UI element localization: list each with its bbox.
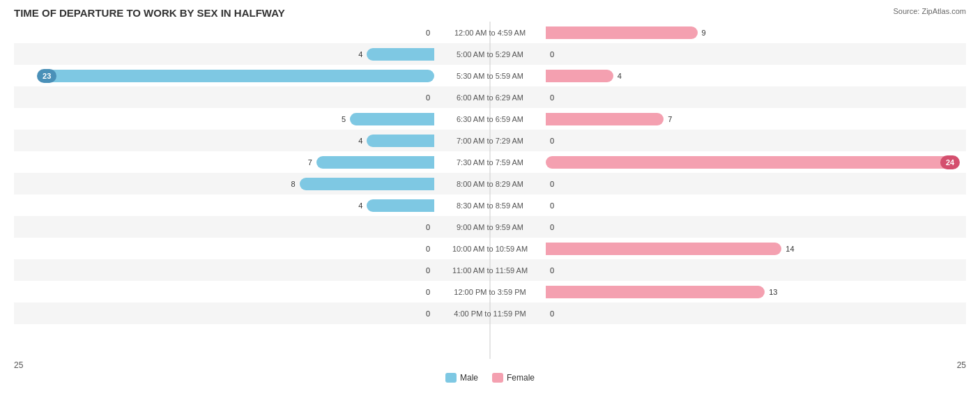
axis-labels: 25 25 [14, 360, 966, 370]
bar-female [546, 70, 613, 82]
bar-female [546, 26, 698, 39]
badge-male: 23 [37, 69, 56, 83]
value-female: 13 [767, 288, 777, 296]
value-female: 0 [548, 266, 554, 275]
bar-male [300, 178, 434, 190]
legend-female-label: Female [507, 373, 535, 383]
value-female: 4 [615, 72, 622, 80]
row-label: 7:00 AM to 7:29 AM [434, 137, 546, 145]
bar-male [367, 135, 434, 147]
legend-male-label: Male [460, 373, 478, 383]
value-male: 4 [358, 50, 365, 59]
legend: Male Female [14, 373, 966, 383]
row-label: 10:00 AM to 10:59 AM [434, 245, 546, 253]
value-female: 0 [548, 50, 554, 59]
value-male: 0 [426, 266, 432, 275]
bar-male [316, 156, 434, 169]
bar-male [367, 48, 434, 61]
chart-title: TIME OF DEPARTURE TO WORK BY SEX IN HALF… [14, 7, 966, 19]
value-male: 0 [426, 93, 432, 102]
value-female: 0 [548, 180, 554, 188]
legend-male: Male [445, 373, 478, 383]
row-label: 5:00 AM to 5:29 AM [434, 50, 546, 59]
legend-male-box [445, 373, 457, 383]
bar-female [546, 243, 781, 255]
legend-female: Female [492, 373, 535, 383]
row-label: 11:00 AM to 11:59 AM [434, 266, 546, 275]
bar-female [546, 156, 950, 169]
row-label: 5:30 AM to 5:59 AM [434, 72, 546, 80]
value-female: 0 [548, 201, 554, 210]
axis-left: 25 [14, 360, 23, 370]
source-label: Source: ZipAtlas.com [893, 7, 966, 15]
row-label: 4:00 PM to 11:59 PM [434, 309, 546, 318]
value-male: 4 [358, 137, 365, 145]
value-female: 9 [700, 29, 706, 37]
value-female: 0 [548, 137, 554, 145]
value-male: 0 [426, 245, 432, 253]
value-male: 0 [426, 288, 432, 296]
bar-female [546, 113, 664, 125]
value-male: 5 [342, 115, 348, 123]
chart-container: TIME OF DEPARTURE TO WORK BY SEX IN HALF… [0, 0, 980, 414]
legend-female-box [492, 373, 503, 383]
value-male: 7 [308, 158, 314, 167]
value-male: 8 [291, 180, 298, 188]
value-male: 0 [426, 223, 432, 231]
value-male: 4 [358, 201, 365, 210]
bar-male [367, 199, 434, 212]
row-label: 8:30 AM to 8:59 AM [434, 201, 546, 210]
row-label: 12:00 AM to 4:59 AM [434, 29, 546, 37]
axis-right: 25 [957, 360, 966, 370]
chart-area: 12:00 AM to 4:59 AM095:00 AM to 5:29 AM4… [14, 22, 966, 359]
row-label: 6:30 AM to 6:59 AM [434, 115, 546, 123]
value-female: 0 [548, 309, 554, 318]
row-label: 9:00 AM to 9:59 AM [434, 223, 546, 231]
row-label: 7:30 AM to 7:59 AM [434, 158, 546, 167]
row-label: 6:00 AM to 6:29 AM [434, 93, 546, 102]
bar-female [546, 286, 765, 298]
value-female: 0 [548, 223, 554, 231]
bar-male [350, 113, 434, 125]
value-female: 14 [783, 245, 794, 253]
value-male: 0 [426, 29, 432, 37]
value-male: 0 [426, 309, 432, 318]
value-female: 0 [548, 93, 554, 102]
row-label: 8:00 AM to 8:29 AM [434, 180, 546, 188]
badge-female: 24 [940, 155, 960, 169]
value-female: 7 [666, 115, 672, 123]
row-label: 12:00 PM to 3:59 PM [434, 288, 546, 296]
bar-male [47, 70, 434, 82]
